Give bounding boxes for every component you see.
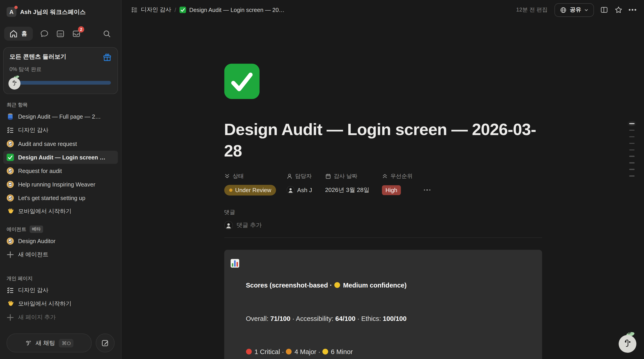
sidebar-item-full-page-audit[interactable]: Design Audit — Full page — 2…	[4, 110, 118, 123]
section-agents-label: 에이전트	[6, 226, 26, 233]
sidebar-bottom: 새 채팅 ⌘O	[6, 334, 114, 352]
add-page-label: 새 페이지 추가	[18, 314, 56, 321]
topbar-actions: 12분 전 편집 공유	[516, 3, 636, 17]
properties-panel: 상태 담당자 감사 날짜 우선순위 Under Revi	[224, 172, 542, 196]
sidebar-item-start-on-mobile[interactable]: 모바일에서 시작하기	[4, 205, 118, 218]
orange-dot-icon	[286, 349, 292, 355]
sidebar-item-design-auditor[interactable]: Design Auditor	[4, 234, 118, 248]
property-priority-value[interactable]: High	[382, 185, 542, 195]
nav-home[interactable]: 홈	[4, 26, 33, 40]
property-assignee-label[interactable]: 담당자	[286, 172, 325, 180]
share-label: 공유	[570, 6, 581, 14]
outline-mark[interactable]	[629, 123, 634, 124]
sidebar-item-personal-mobile[interactable]: 모바일에서 시작하기	[4, 298, 118, 310]
app-window: A Ash J님의 워크스페이스 홈 2 모든 콘텐츠 둘러보기 0%	[0, 0, 644, 359]
property-assignee-value[interactable]: Ash J	[286, 185, 325, 195]
outline-mark[interactable]	[629, 162, 634, 163]
breadcrumb-separator: /	[174, 6, 176, 13]
person-icon	[286, 173, 292, 179]
scores-callout[interactable]: Scores (screenshot-based ·Medium confide…	[224, 250, 542, 359]
nav-home-label: 홈	[22, 30, 27, 38]
new-agent-label: 새 에이전트	[18, 251, 48, 258]
sidebar-item-design-audit-db[interactable]: 디자인 감사	[4, 124, 118, 137]
agent-check-icon	[6, 140, 14, 148]
agent-check-icon	[6, 194, 14, 202]
divider	[224, 237, 542, 238]
scores-severity-line: 1 Critical · 4 Major · 6 Minor	[246, 346, 406, 357]
sidebar-item-label: 디자인 감사	[18, 286, 48, 294]
property-more-icon[interactable]	[424, 190, 430, 191]
scores-text: Scores (screenshot-based ·Medium confide…	[246, 258, 406, 359]
property-date-value[interactable]: 2026년 3월 28일	[325, 185, 382, 195]
outline-indicator[interactable]	[629, 123, 634, 176]
agent-check-icon	[6, 167, 14, 174]
green-check-icon	[6, 154, 14, 161]
calendar-icon[interactable]	[56, 29, 65, 38]
comment-placeholder: 댓글 추가	[236, 221, 262, 229]
outline-mark[interactable]	[629, 156, 634, 157]
page-body: Design Audit — Login screen — 2026-03-28…	[122, 20, 644, 359]
outline-mark[interactable]	[629, 176, 634, 176]
outline-mark[interactable]	[629, 169, 634, 170]
sidebar-item-personal-design-audit[interactable]: 디자인 감사	[4, 284, 118, 297]
search-icon[interactable]	[102, 29, 112, 38]
add-comment-row[interactable]: 댓글 추가	[224, 221, 542, 230]
property-status-value[interactable]: Under Review	[224, 185, 286, 195]
yellow-dot-icon	[322, 349, 328, 355]
checklist-icon	[6, 286, 14, 294]
sidebar-item-label: Request for audit	[18, 168, 62, 174]
new-agent-button[interactable]: 새 에이전트	[4, 248, 118, 261]
compose-icon	[101, 339, 109, 347]
plus-icon	[6, 251, 14, 258]
status-dot	[229, 188, 232, 192]
comments-label: 댓글	[224, 208, 542, 216]
comment-avatar	[224, 221, 233, 230]
sidebar-nav-row: 홈 2	[4, 26, 114, 40]
new-chat-button[interactable]: 새 채팅 ⌘O	[6, 334, 92, 352]
explore-card-title: 모든 콘텐츠 둘러보기	[10, 53, 66, 61]
breadcrumb-parent[interactable]: 디자인 감사	[141, 6, 171, 14]
chat-bubble-icon[interactable]	[40, 29, 49, 38]
outline-mark[interactable]	[629, 136, 634, 137]
scores-title-line: Scores (screenshot-based ·Medium confide…	[246, 280, 406, 291]
sidebar-item-help-inspiring-weaver[interactable]: Help running Inspiring Weaver	[4, 178, 118, 191]
sidebar-item-label: Design Auditor	[18, 238, 56, 244]
side-panel-icon[interactable]	[600, 6, 608, 14]
green-check-icon	[180, 6, 186, 13]
property-date-label[interactable]: 감사 날짜	[325, 172, 382, 180]
more-options-icon[interactable]	[629, 9, 636, 10]
notification-dot	[14, 6, 18, 9]
section-personal: 개인 페이지	[6, 275, 121, 282]
sidebar-item-label: Design Audit — Login screen …	[18, 154, 105, 160]
sidebar-item-label: 모바일에서 시작하기	[18, 208, 72, 215]
ai-mascot-button[interactable]	[618, 330, 638, 353]
sidebar-item-login-screen-audit[interactable]: Design Audit — Login screen …	[4, 151, 118, 164]
compose-button[interactable]	[96, 334, 114, 352]
outline-mark[interactable]	[629, 143, 634, 144]
sidebar-item-label: Let's get started setting up	[18, 194, 85, 201]
outline-mark[interactable]	[629, 130, 634, 130]
favorite-star-icon[interactable]	[614, 6, 622, 14]
chevron-down-icon	[584, 8, 588, 12]
sidebar-item-get-started[interactable]: Let's get started setting up	[4, 192, 118, 204]
status-pill: Under Review	[224, 185, 276, 195]
chevrons-up-icon	[382, 173, 388, 179]
property-priority-label[interactable]: 우선순위	[382, 172, 542, 180]
sidebar-item-request-for-audit[interactable]: Request for audit	[4, 164, 118, 178]
outline-mark[interactable]	[629, 149, 634, 150]
explore-content-card[interactable]: 모든 콘텐츠 둘러보기 0% 탐색 완료	[4, 47, 118, 94]
page-title[interactable]: Design Audit — Login screen — 2026-03-28	[224, 118, 542, 161]
sidebar-item-label: Design Audit — Full page — 2…	[18, 114, 101, 120]
new-chat-label: 새 채팅	[36, 339, 55, 347]
notion-face-icon	[24, 340, 32, 347]
page-icon-green-check[interactable]	[224, 64, 260, 99]
sidebar-item-audit-save-request[interactable]: Audit and save request	[4, 137, 118, 150]
breadcrumb-current[interactable]: Design Audit — Login screen — 20…	[189, 6, 284, 13]
nav-inbox[interactable]: 2	[72, 29, 81, 38]
add-page-button[interactable]: 새 페이지 추가	[4, 311, 118, 324]
share-button[interactable]: 공유	[554, 3, 594, 17]
workspace-switcher[interactable]: A Ash J님의 워크스페이스	[0, 0, 121, 20]
breadcrumb: 디자인 감사 / Design Audit — Login screen — 2…	[131, 6, 284, 14]
chevrons-down-icon	[224, 173, 230, 179]
property-status-label[interactable]: 상태	[224, 172, 286, 180]
